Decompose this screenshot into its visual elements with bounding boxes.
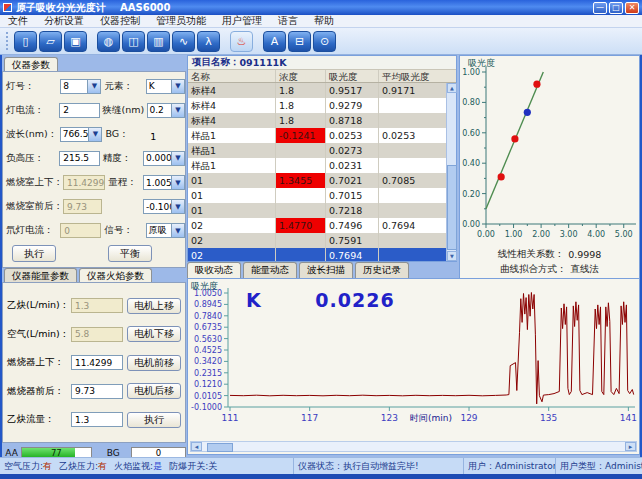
precision-select[interactable]: 0.0000▼	[143, 151, 185, 166]
wavelength-button[interactable]: λ	[197, 31, 220, 52]
burner-frontback-field[interactable]: 9.73	[71, 384, 123, 399]
power-icon: ⊙	[320, 35, 329, 48]
range-select[interactable]: 1.0050▼	[143, 175, 185, 190]
avg-absorbance-cell	[379, 188, 446, 203]
print-button[interactable]: ⊟	[288, 31, 311, 52]
sample-name-cell: 样品1	[188, 158, 276, 173]
peak-button[interactable]: ∿	[172, 31, 195, 52]
dynamics-horizontal-scrollbar[interactable]: ◂ ▸	[190, 441, 637, 452]
status-instrument-state: 仪器状态： 执行自动增益完毕!	[294, 458, 464, 474]
table-row[interactable]: 样品1-0.12410.02530.0253	[188, 128, 446, 143]
table-row[interactable]: 011.34550.70210.7085	[188, 173, 446, 188]
balance-button[interactable]: 平衡	[108, 245, 152, 262]
status-user-type: 用户类型： Administrator	[556, 458, 642, 474]
scroll-up-arrow[interactable]: ▲	[447, 83, 457, 93]
table-row[interactable]: 样品10.0231	[188, 158, 446, 173]
minimize-button[interactable]: —	[593, 2, 607, 14]
hscroll-thumb[interactable]	[207, 443, 233, 452]
svg-text:141: 141	[620, 413, 637, 423]
air-pressure-value: 有	[43, 461, 52, 471]
save-icon: ▣	[70, 35, 80, 48]
acetylene-flow-field[interactable]: 1.3	[71, 412, 123, 427]
table-row[interactable]: 标样41.80.95170.9171	[188, 83, 446, 98]
table-row[interactable]: 021.47700.74960.7694	[188, 218, 446, 233]
absorbance-cell: 0.7218	[326, 203, 379, 218]
absorbance-cell: 0.9517	[326, 83, 379, 98]
furnace-button[interactable]: ◫	[122, 31, 145, 52]
execute-button[interactable]: 执行	[127, 412, 181, 428]
tab-history[interactable]: 历史记录	[355, 262, 409, 278]
execute-button[interactable]: 执行	[12, 245, 56, 262]
lamp-current-field[interactable]: 2	[59, 103, 99, 118]
table-row[interactable]: 标样41.80.9279	[188, 98, 446, 113]
scroll-left-arrow[interactable]: ◂	[191, 442, 202, 451]
menu-admin-functions[interactable]: 管理员功能	[148, 14, 214, 28]
usertype-label: 用户类型：	[560, 460, 605, 473]
precision-label: 精度：	[100, 152, 143, 165]
menu-file[interactable]: 文件	[0, 14, 36, 28]
table-row[interactable]: 样品10.0273	[188, 143, 446, 158]
menu-language[interactable]: 语言	[270, 14, 306, 28]
motor-up-button[interactable]: 电机上移	[127, 298, 181, 314]
table-row[interactable]: 020.7694	[188, 248, 446, 261]
scroll-down-arrow[interactable]: ▼	[447, 251, 457, 261]
offset-value: -0.1000	[144, 202, 171, 212]
close-button[interactable]: ✕	[625, 2, 639, 14]
absorbance-cell: 0.7496	[326, 218, 379, 233]
menu-user-management[interactable]: 用户管理	[214, 14, 270, 28]
concentration-cell	[276, 233, 326, 248]
motor-down-button[interactable]: 电机下移	[127, 326, 181, 342]
open-file-button[interactable]: ▱	[39, 31, 62, 52]
save-button[interactable]: ▣	[64, 31, 87, 52]
lamp-no-select[interactable]: 8▼	[60, 79, 101, 94]
motor-backward-button[interactable]: 电机后移	[127, 383, 181, 399]
results-vertical-scrollbar[interactable]: ▲ ▼	[446, 83, 456, 261]
maximize-button[interactable]: □	[609, 2, 623, 14]
offset-select[interactable]: -0.1000▼	[143, 199, 185, 214]
burner-updown-field[interactable]: 11.4299	[71, 355, 123, 370]
chevron-down-icon: ▼	[171, 176, 184, 189]
negative-hv-field[interactable]: 215.5	[59, 151, 99, 166]
tab-flame-params[interactable]: 仪器火焰参数	[79, 268, 152, 282]
table-row[interactable]: 标样41.80.8718	[188, 113, 446, 128]
lamp-button[interactable]: ◍	[97, 31, 120, 52]
svg-text:3.00: 3.00	[560, 230, 578, 239]
slit-select[interactable]: 0.2▼	[147, 103, 186, 118]
column-header: 吸光度	[326, 70, 379, 82]
menu-help[interactable]: 帮助	[306, 14, 342, 28]
auto-analysis-button[interactable]: A	[263, 31, 286, 52]
avg-absorbance-cell	[379, 233, 446, 248]
menu-analysis-settings[interactable]: 分析设置	[36, 14, 92, 28]
avg-absorbance-cell	[379, 98, 446, 113]
tab-wavelength-scan[interactable]: 波长扫描	[299, 262, 353, 278]
motor-forward-button[interactable]: 电机前移	[127, 355, 181, 371]
tab-energy-params[interactable]: 仪器能量参数	[4, 268, 77, 282]
scroll-right-arrow[interactable]: ▸	[625, 442, 636, 451]
flame-row: 空气(L/min)：5.8电机下移	[7, 326, 181, 342]
table-row[interactable]: 010.7218	[188, 203, 446, 218]
acetylene-pressure-label: 乙炔压力:	[59, 461, 98, 471]
table-row[interactable]: 010.7015	[188, 188, 446, 203]
avg-absorbance-cell	[379, 203, 446, 218]
new-file-button[interactable]: ▯	[14, 31, 37, 52]
absorbance-cell: 0.9279	[326, 98, 379, 113]
tab-energy-dynamics[interactable]: 能量动态	[243, 262, 297, 278]
window-bottom-edge	[0, 474, 642, 479]
energy-button[interactable]: ▥	[147, 31, 170, 52]
title-bar: 原子吸收分光光度计 AAS6000 — □ ✕	[0, 0, 642, 15]
scroll-thumb[interactable]	[447, 165, 457, 250]
energy-icon: ▥	[153, 35, 163, 48]
tab-absorption-dynamics[interactable]: 吸收动态	[187, 262, 241, 278]
element-select[interactable]: K▼	[146, 79, 185, 94]
signal-select[interactable]: 原吸▼	[146, 223, 185, 238]
negative-hv-label: 负高压：	[6, 152, 59, 165]
absorbance-cell: 0.0273	[326, 143, 379, 158]
power-button[interactable]: ⊙	[313, 31, 336, 52]
acetylene-pressure-value: 有	[98, 461, 107, 471]
wavelength-select[interactable]: 766.5▼	[60, 127, 103, 142]
tab-instrument-params[interactable]: 仪器参数	[4, 57, 58, 71]
table-row[interactable]: 020.7591	[188, 233, 446, 248]
ignite-flame-button[interactable]: ♨	[230, 31, 253, 52]
menu-instrument-control[interactable]: 仪器控制	[92, 14, 148, 28]
wavelength-icon: λ	[205, 35, 212, 48]
